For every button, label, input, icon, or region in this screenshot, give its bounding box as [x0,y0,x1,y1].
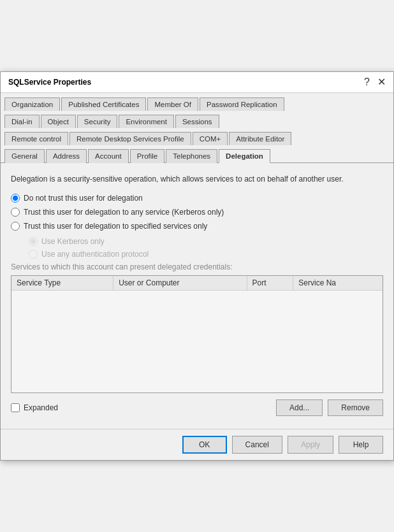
tab-telephones[interactable]: Telephones [166,149,217,163]
delegation-description: Delegation is a security-sensitive opera… [11,173,383,185]
tabs-container: Organization Published Certificates Memb… [1,93,393,163]
sub-radio-group: Use Kerberos only Use any authentication… [29,237,383,259]
radio-no-trust-input[interactable] [11,194,20,203]
radio-group: Do not trust this user for delegation Tr… [11,194,383,231]
help-dialog-button[interactable]: Help [339,436,383,454]
tab-remote-desktop[interactable]: Remote Desktop Services Profile [69,132,191,145]
tab-address[interactable]: Address [46,149,87,163]
tab-dial-in[interactable]: Dial-in [4,115,40,128]
tab-general[interactable]: General [4,149,45,163]
sub-radio-kerberos-input[interactable] [29,237,38,246]
expanded-checkbox[interactable] [11,403,20,412]
tab-object[interactable]: Object [41,115,76,128]
radio-trust-specified[interactable]: Trust this user for delegation to specif… [11,222,383,231]
apply-button[interactable]: Apply [288,436,333,454]
radio-trust-any[interactable]: Trust this user for delegation to any se… [11,208,383,217]
table-empty-row [11,291,383,392]
radio-trust-any-input[interactable] [11,208,20,217]
tab-row-4: General Address Account Profile Telephon… [1,145,393,162]
help-button[interactable]: ? [364,77,370,87]
tab-sessions[interactable]: Sessions [175,115,219,128]
services-table-container: Service Type User or Computer Port Servi… [11,275,383,393]
tab-attribute-editor[interactable]: Attribute Editor [229,132,291,145]
expanded-checkbox-label[interactable]: Expanded [11,403,58,412]
sub-radio-any-auth-label: Use any authentication protocol [41,250,149,259]
sub-radio-kerberos-label: Use Kerberos only [41,237,105,246]
services-label: Services to which this account can prese… [11,262,383,271]
tab-environment[interactable]: Environment [119,115,174,128]
radio-trust-any-label[interactable]: Trust this user for delegation to any se… [24,208,224,217]
ok-button[interactable]: OK [182,436,227,454]
remove-button[interactable]: Remove [328,399,383,416]
tab-row-1: Organization Published Certificates Memb… [1,93,393,110]
bottom-buttons: OK Cancel Apply Help [1,429,393,460]
sub-radio-any-auth[interactable]: Use any authentication protocol [29,250,383,259]
action-buttons: Add... Remove [276,399,383,416]
tab-remote-control[interactable]: Remote control [4,132,68,145]
expanded-label: Expanded [24,403,58,412]
tab-member-of[interactable]: Member Of [147,97,198,111]
col-service-name: Service Na [293,276,383,291]
tab-row-3: Remote control Remote Desktop Services P… [1,127,393,145]
tab-row-2: Dial-in Object Security Environment Sess… [1,110,393,127]
sub-radio-any-auth-input[interactable] [29,250,38,259]
empty-cell [11,291,383,392]
content-area: Delegation is a security-sensitive opera… [1,163,393,429]
dialog-title: SQLService Properties [8,78,91,87]
col-port: Port [247,276,293,291]
tab-published-certificates[interactable]: Published Certificates [61,97,146,111]
cancel-button[interactable]: Cancel [232,436,282,454]
radio-trust-specified-label[interactable]: Trust this user for delegation to specif… [24,222,207,231]
col-user-computer: User or Computer [113,276,247,291]
tab-account[interactable]: Account [88,149,129,163]
tab-password-replication[interactable]: Password Replication [200,97,284,111]
tab-security[interactable]: Security [77,115,118,128]
radio-trust-specified-input[interactable] [11,222,20,231]
radio-no-trust-label[interactable]: Do not trust this user for delegation [24,194,143,203]
close-button[interactable]: ✕ [377,77,386,87]
title-bar: SQLService Properties ? ✕ [1,72,393,93]
bottom-controls-row: Expanded Add... Remove [11,399,383,416]
radio-no-trust[interactable]: Do not trust this user for delegation [11,194,383,203]
col-service-type: Service Type [11,276,113,291]
properties-dialog: SQLService Properties ? ✕ Organization P… [0,71,394,461]
sub-radio-kerberos[interactable]: Use Kerberos only [29,237,383,246]
title-bar-left: SQLService Properties [8,78,91,87]
tab-delegation[interactable]: Delegation [219,149,270,163]
tab-organization[interactable]: Organization [4,97,60,111]
tab-profile[interactable]: Profile [130,149,165,163]
title-bar-controls: ? ✕ [364,77,386,87]
add-button[interactable]: Add... [276,399,323,416]
services-table: Service Type User or Computer Port Servi… [11,276,383,392]
tab-com[interactable]: COM+ [193,132,228,145]
